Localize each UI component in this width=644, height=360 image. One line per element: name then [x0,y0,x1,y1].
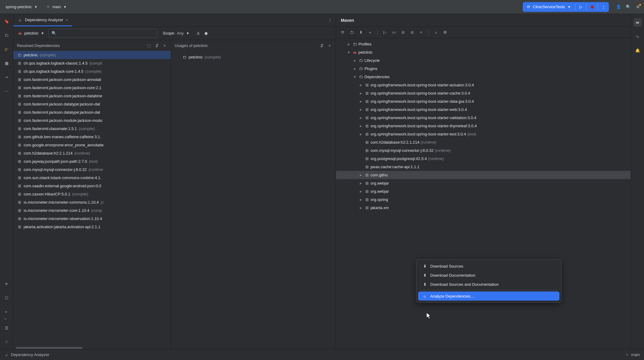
tabs-menu-button[interactable]: ⋮ [328,18,332,22]
dependency-list[interactable]: 🗀petclinic (compile)⊞ch.qos.logback:logb… [13,51,171,347]
analyze-deps-button[interactable]: ⌕ [434,30,438,35]
expand-button[interactable]: ⇵ [319,43,324,48]
dependency-item[interactable]: ⊞ch.qos.logback:logback-core:1.4.5 (comp… [13,67,171,75]
maven-settings-button[interactable]: ⚙ [443,30,448,35]
terminal-tool[interactable]: ＞_ [2,308,11,318]
menu-analyze-dependencies[interactable]: ⌕ Analyze Dependencies… [418,292,559,301]
toggle-offline-button[interactable]: ⊘ [401,30,405,35]
menu-download-docs[interactable]: ⬇ Download Documentation [418,271,559,280]
statusbar-branch[interactable]: main [631,352,640,357]
learn-tool[interactable]: 🎓 [2,45,11,53]
chevron-right-icon[interactable] [358,107,363,112]
tree-dependency-item[interactable]: ⊞org.springframework.boot:spring-boot-st… [336,122,631,130]
chevron-right-icon[interactable] [358,91,363,95]
tree-dependency-item[interactable]: ⊞org.springframework.boot:spring-boot-st… [336,105,631,114]
chevron-right-icon[interactable] [358,124,363,128]
show-warnings-button[interactable]: ⚠ [196,31,201,36]
tree-project[interactable]: m petclinic [336,48,631,56]
dependency-item[interactable]: ⊞jakarta.activation:jakarta.activation-a… [13,223,171,231]
close-pane-button[interactable]: × [162,43,167,48]
chevron-right-icon[interactable] [352,58,357,63]
tree-dependency-item[interactable]: ⊞org.webjar [336,179,631,187]
tree-dependency-item[interactable]: ⊞org.springframework.boot:spring-boot-st… [336,97,631,105]
skip-tests-button[interactable]: ⊘ [410,30,414,35]
dependency-item[interactable]: ⊞com.google.errorprone:error_prone_annot… [13,141,171,149]
tree-dependency-item[interactable]: ⊞jakarta.xm [336,204,631,212]
show-button[interactable]: ◉ [204,31,209,36]
chevron-right-icon[interactable] [346,42,351,46]
chevron-right-icon[interactable] [352,66,357,71]
debug-button[interactable]: 🐞 [587,2,598,12]
tree-dependency-item[interactable]: ⊞javax.cache:cache-api:1.1.1 [336,163,631,171]
chevron-right-icon[interactable] [358,99,363,104]
notifications-tool[interactable]: 🔔 [633,46,642,55]
dependency-item[interactable]: ⊞com.github.ben-manes.caffeine:caffeine:… [13,133,171,141]
ai-assistant-tool[interactable]: ∿ [633,32,642,41]
tree-dependency-item[interactable]: ⊞org.springframework.boot:spring-boot-st… [336,89,631,97]
dependency-item[interactable]: ⊞io.micrometer:micrometer-observation:1.… [13,215,171,223]
dependency-item[interactable]: ⊞com.zaxxer:HikariCP:5.0.1 (compile) [13,190,171,198]
scrollbar-thumb[interactable] [16,347,82,349]
dependency-item[interactable]: ⊞com.mysql:mysql-connector-j:8.0.32 (run… [13,165,171,174]
more-tools[interactable]: ⋯ [2,87,11,95]
reload-button[interactable]: ⟳ [340,30,345,35]
run-config-selector[interactable]: ⟳ ClinicServiceTests ▾ [523,5,575,9]
chevron-right-icon[interactable] [358,189,363,194]
tree-plugins[interactable]: 🗀 Plugins [336,65,631,73]
dependency-item[interactable]: ⊞ch.qos.logback:logback-classic:1.4.5 (c… [13,59,171,67]
dependency-item[interactable]: 🗀petclinic (compile) [13,51,171,59]
dependency-item[interactable]: ⊞com.fasterxml.jackson.core:jackson-anno… [13,75,171,84]
menu-download-sources[interactable]: ⬇ Download Sources [418,262,559,271]
more-run-button[interactable]: ⋮ [598,2,609,12]
services-tool[interactable]: ⬡ [2,294,11,302]
tree-dependency-item[interactable]: ⊞org.postgresql:postgresql:42.5.4 (runti… [336,155,631,163]
chevron-right-icon[interactable] [358,83,363,87]
structure-tool[interactable]: ▦ [2,59,11,67]
tree-dependency-item[interactable]: ⊞org.webjar [336,187,631,195]
horizontal-scrollbar[interactable] [13,347,171,349]
dependency-item[interactable]: ⊞com.fasterxml.jackson.core:jackson-data… [13,92,171,100]
chevron-right-icon[interactable] [358,132,363,136]
download-button[interactable]: ⬇ [358,30,363,35]
chevron-right-icon[interactable] [358,205,363,210]
search-everywhere-button[interactable]: 🔍 [626,5,631,9]
dependency-item[interactable]: ⊞com.fasterxml.jackson.module:jackson-mo… [13,116,171,125]
dependency-item[interactable]: ⊞com.fasterxml:classmate:1.5.1 (compile) [13,125,171,133]
commit-tool[interactable]: ⊸ [2,73,11,81]
usage-item[interactable]: 🗀 petclinic (compile) [175,53,332,61]
tree-dependency-item[interactable]: ⊞com.mysql:mysql-connector-j:8.0.32 (run… [336,146,631,155]
tree-dependency-item[interactable]: ⊞com.githu [336,171,631,179]
tree-dependencies[interactable]: 🗀 Dependencies [336,73,631,81]
chevron-down-icon[interactable] [346,50,351,55]
generate-sources-button[interactable]: 🗀 [349,30,354,35]
tree-profiles[interactable]: 🗀 Profiles [336,40,631,48]
close-button[interactable]: × [419,30,424,35]
dependency-item[interactable]: ⊞com.fasterxml.jackson.core:jackson-core… [13,84,171,92]
database-tool[interactable]: ≡ [2,280,11,288]
bookmarks-tool[interactable]: 🔖 [2,17,11,25]
project-filter[interactable]: m petclinic ▾ [18,31,45,36]
branch-selector[interactable]: ⑂ main ▾ [44,3,69,11]
project-selector[interactable]: spring-petclinic ▾ [4,3,40,11]
tree-dependency-item[interactable]: ⊞org.spring [336,195,631,204]
search-input[interactable] [56,31,154,35]
chevron-right-icon[interactable] [358,197,363,202]
dependency-item[interactable]: ⊞com.fasterxml.jackson.datatype:jackson-… [13,100,171,108]
code-with-me-button[interactable]: 👤 [616,5,621,9]
execute-goal-button[interactable]: ▭ [391,30,396,35]
project-tool[interactable]: 🗀 [2,31,11,39]
tree-dependency-item[interactable]: ⊞org.springframework.boot:spring-boot-st… [336,81,631,89]
menu-download-both[interactable]: ⬇ Download Sources and Documentation [418,280,559,289]
close-pane-button[interactable]: × [327,43,332,48]
dependency-item[interactable]: ⊞com.fasterxml.jackson.datatype:jackson-… [13,108,171,116]
dependency-item[interactable]: ⊞com.h2database:h2:2.1.214 (runtime) [13,149,171,157]
dependency-item[interactable]: ⊞com.vaadin.external.google:android-json… [13,182,171,190]
tree-dependency-item[interactable]: ⊞org.springframework.boot:spring-boot-st… [336,130,631,138]
chevron-right-icon[interactable] [358,181,363,185]
tab-close-button[interactable]: × [65,18,68,22]
add-button[interactable]: ＋ [367,30,372,35]
tree-dependency-item[interactable]: ⊞com.h2database:h2:2.1.214 (runtime) [336,138,631,146]
git-tool[interactable]: ⑂ [2,338,11,346]
run-button[interactable]: ▷ [575,2,586,12]
scope-filter[interactable]: Scope: Any ▾ [163,31,190,36]
